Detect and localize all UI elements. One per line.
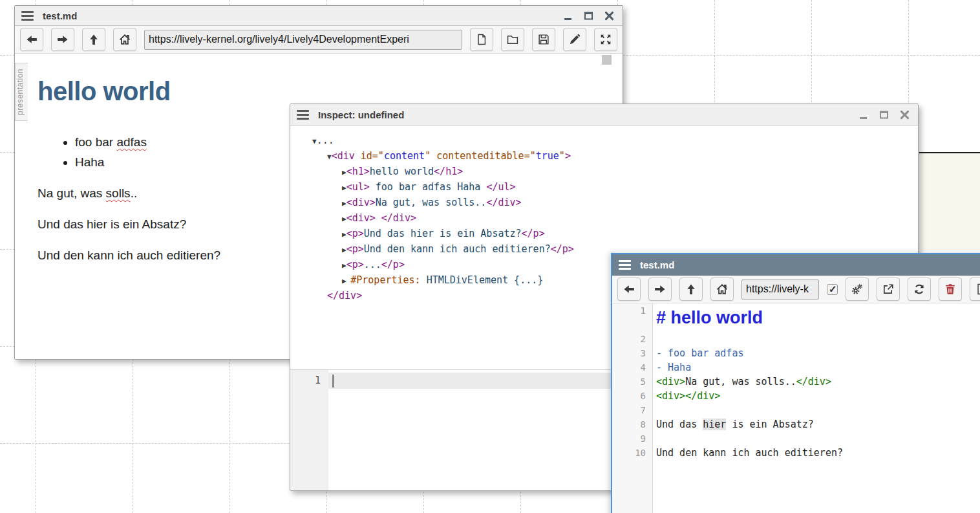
- dom-token: Und den kann ich auch editieren?: [364, 243, 551, 255]
- source-editor[interactable]: 1# hello world23- foo bar adfas4- Haha5<…: [612, 303, 980, 513]
- code-token: Und den kann ich auch editieren?: [656, 447, 843, 459]
- line-number: 7: [612, 403, 652, 417]
- action-buttons: [846, 278, 980, 301]
- browser-toolbar: [15, 26, 623, 54]
- refresh-icon: [913, 283, 925, 295]
- expand-arrow-icon[interactable]: ▶: [342, 230, 346, 239]
- close-button[interactable]: [897, 107, 911, 122]
- page-heading[interactable]: hello world: [37, 77, 623, 106]
- titlebar[interactable]: Inspect: undefined: [290, 104, 918, 126]
- tree-node[interactable]: ▶<p>Und das hier is ein Absatz?</p>: [290, 226, 918, 242]
- code-line[interactable]: 6<div></div>: [612, 389, 980, 403]
- tree-node[interactable]: ▼<div id="content" contenteditable="true…: [290, 149, 918, 164]
- expand-arrow-icon[interactable]: ▶: [342, 215, 346, 223]
- menu-icon[interactable]: [297, 110, 309, 120]
- up-button[interactable]: [679, 278, 703, 301]
- arrow-up-icon: [88, 34, 100, 45]
- code-token: - foo bar adfas: [656, 347, 743, 359]
- code-line[interactable]: 3- foo bar adfas: [612, 346, 980, 360]
- dom-token: </div>: [486, 197, 521, 208]
- tree-node[interactable]: ▶<div>Na gut, was solls..</div>: [290, 195, 918, 211]
- code-line[interactable]: 1# hello world: [612, 303, 980, 332]
- minimize-button[interactable]: [856, 107, 870, 122]
- tree-node[interactable]: ▶<h1>hello world</h1>: [290, 164, 918, 180]
- dom-token: ": [559, 150, 565, 162]
- text-run: Haha: [75, 155, 104, 169]
- code-token: </div>: [796, 376, 831, 387]
- back-button[interactable]: [20, 28, 43, 51]
- settings-button[interactable]: [846, 278, 869, 301]
- new-file-button[interactable]: [470, 28, 493, 51]
- expand-arrow-icon[interactable]: ▶: [342, 199, 346, 208]
- tree-node[interactable]: ▶<ul> foo bar adfas Haha </ul>: [290, 180, 918, 195]
- close-button[interactable]: [602, 8, 616, 23]
- forward-button[interactable]: [51, 28, 74, 51]
- new-file-icon: [476, 34, 487, 45]
- text-run: ..: [131, 186, 138, 200]
- line-number: 3: [612, 346, 652, 360]
- expand-arrow-icon[interactable]: ▶: [342, 261, 346, 270]
- line-number: 10: [612, 446, 652, 460]
- maximize-button[interactable]: [581, 8, 595, 23]
- code-line[interactable]: 10Und den kann ich auch editieren?: [612, 446, 980, 460]
- expand-arrow-icon[interactable]: ▶: [342, 184, 346, 192]
- new-file-icon: [975, 283, 980, 295]
- code-line[interactable]: 8Und das hier is ein Absatz?: [612, 417, 980, 431]
- titlebar[interactable]: test.md: [612, 254, 980, 276]
- tree-node[interactable]: ▶<div> </div>: [290, 211, 918, 226]
- expand-arrow-icon[interactable]: ▼: [327, 153, 332, 161]
- back-button[interactable]: [617, 278, 641, 301]
- dom-token: Und das hier is ein Absatz?: [364, 228, 522, 239]
- text-run: Na gut, was: [37, 186, 106, 200]
- code-text: Und das hier is ein Absatz?: [652, 417, 814, 431]
- minimize-button[interactable]: [560, 8, 575, 23]
- window-title: Inspect: undefined: [318, 109, 404, 120]
- code-line[interactable]: 5<div>Na gut, was solls..</div>: [612, 375, 980, 389]
- forward-button[interactable]: [648, 278, 672, 301]
- text-run: Und den kann ich auch editieren?: [37, 248, 220, 262]
- trash-icon: [944, 283, 956, 295]
- delete-button[interactable]: [939, 278, 962, 301]
- edit-button[interactable]: [563, 28, 586, 51]
- open-external-button[interactable]: [877, 278, 900, 301]
- expand-button[interactable]: [594, 28, 617, 51]
- line-number: 2: [612, 332, 652, 346]
- expand-arrow-icon[interactable]: ▶: [342, 277, 350, 285]
- dom-token: </p>: [381, 259, 405, 270]
- save-button[interactable]: [532, 28, 555, 51]
- code-token: is ein Absatz?: [726, 419, 813, 430]
- menu-icon[interactable]: [21, 11, 34, 21]
- tree-node[interactable]: ▼...: [290, 133, 918, 149]
- maximize-button[interactable]: [877, 107, 891, 122]
- peek-panel[interactable]: [919, 152, 980, 250]
- new-file-button[interactable]: [970, 278, 980, 301]
- home-button[interactable]: [710, 278, 734, 301]
- expand-arrow-icon[interactable]: ▼: [312, 137, 317, 146]
- arrow-left-icon: [26, 34, 37, 45]
- maximize-icon: [879, 109, 889, 120]
- open-folder-button[interactable]: [501, 28, 524, 51]
- close-icon: [604, 10, 615, 21]
- code-line[interactable]: 7: [612, 403, 980, 417]
- presentation-tab[interactable]: presentation: [15, 63, 28, 121]
- expand-arrow-icon[interactable]: ▶: [342, 168, 346, 177]
- up-button[interactable]: [82, 28, 105, 51]
- scrollbar-thumb[interactable]: [602, 55, 612, 65]
- expand-arrow-icon[interactable]: ▶: [342, 246, 346, 254]
- url-input[interactable]: [741, 279, 819, 300]
- dom-token: HTMLDivElement {...}: [421, 274, 544, 286]
- url-input[interactable]: [144, 30, 462, 50]
- code-line[interactable]: 4- Haha: [612, 360, 980, 375]
- dom-token: </p>: [551, 243, 574, 255]
- code-text: Und den kann ich auch editieren?: [652, 446, 843, 460]
- home-button[interactable]: [113, 28, 136, 51]
- window-controls: [560, 8, 616, 23]
- refresh-button[interactable]: [908, 278, 931, 301]
- dom-token: <p>: [346, 228, 364, 239]
- code-line[interactable]: 9: [612, 431, 980, 446]
- code-line[interactable]: 2: [612, 332, 980, 346]
- edit-mode-checkbox[interactable]: [827, 284, 838, 295]
- code-token: <div></div>: [656, 390, 720, 402]
- menu-icon[interactable]: [619, 260, 631, 270]
- titlebar[interactable]: test.md: [15, 6, 623, 26]
